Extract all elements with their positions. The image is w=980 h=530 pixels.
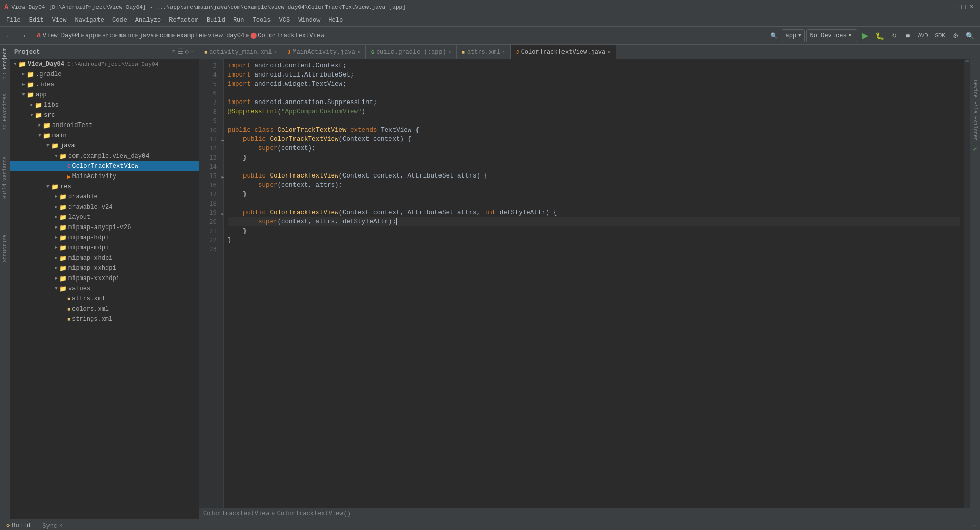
toolbar-btn-5[interactable]: AVD (916, 30, 931, 42)
menu-view[interactable]: View (48, 16, 71, 25)
bc-class[interactable]: ⬤ (250, 32, 257, 39)
breadcrumb-method[interactable]: ColorTrackTextView() (277, 510, 351, 517)
menu-vcs[interactable]: VCS (275, 16, 295, 25)
editor-area: ■ activity_main.xml × J MainActivity.jav… (199, 45, 970, 519)
search-everywhere-button[interactable]: 🔍 (963, 30, 977, 42)
app-config-dropdown[interactable]: app ▼ (782, 29, 805, 42)
tab-icon-java-active: J (516, 49, 519, 55)
build-icon: ⚙ (6, 522, 10, 529)
tree-app[interactable]: ▼ 📁 app (10, 90, 199, 100)
tree-layout[interactable]: ► 📁 layout (10, 212, 199, 222)
activity-structure[interactable]: Structure (0, 233, 10, 264)
tree-drawable[interactable]: ► 📁 drawable (10, 192, 199, 202)
tree-mipmap-hdpi[interactable]: ► 📁 mipmap-hdpi (10, 233, 199, 243)
tree-strings-xml[interactable]: ■ strings.xml (10, 314, 199, 324)
breadcrumb-class[interactable]: ColorTrackTextView (203, 510, 270, 517)
tab-activity-main[interactable]: ■ activity_main.xml × (199, 45, 282, 59)
app-config-label: app (786, 32, 797, 39)
project-header-settings[interactable]: ≡ (172, 48, 175, 56)
tab-close-4[interactable]: × (502, 49, 505, 55)
tab-colortrack[interactable]: J ColorTrackTextView.java × (511, 45, 617, 59)
menu-refactor[interactable]: Refactor (165, 16, 203, 25)
device-selector[interactable]: No Devices ▼ (806, 29, 857, 42)
forward-button[interactable]: → (17, 30, 29, 42)
back-button[interactable]: ← (3, 30, 15, 42)
tree-drawable-v24[interactable]: ► 📁 drawable-v24 (10, 202, 199, 212)
tree-mipmap-xhdpi[interactable]: ► 📁 mipmap-xhdpi (10, 253, 199, 263)
menu-file[interactable]: File (2, 16, 25, 25)
bottom-tab-build[interactable]: ⚙ Build (0, 519, 36, 531)
menu-code[interactable]: Code (108, 16, 131, 25)
bc-project[interactable]: View_Day04 (43, 32, 80, 39)
sync-close[interactable]: × (59, 523, 62, 529)
tree-package[interactable]: ▼ 📁 com.example.view_day04 (10, 151, 199, 161)
menu-help[interactable]: Help (324, 16, 347, 25)
code-view[interactable]: 3 4 5 6 7 8 9 10 11 ► 12 13 (199, 59, 970, 508)
project-header-minimize[interactable]: − (191, 48, 194, 56)
tab-icon-xml-2: ■ (462, 49, 465, 55)
toolbar-btn-7[interactable]: ⚙ (949, 30, 962, 42)
menu-tools[interactable]: Tools (249, 16, 275, 25)
menu-build[interactable]: Build (203, 16, 229, 25)
menu-run[interactable]: Run (229, 16, 249, 25)
close-button[interactable]: × (970, 3, 974, 11)
toolbar-btn-6[interactable]: SDK (932, 30, 948, 42)
bc-java[interactable]: java (139, 32, 154, 39)
tree-root[interactable]: ▼ 📁 View_Day04 D:\AndroidPrject\View_Day… (10, 59, 199, 69)
tree-colors-xml[interactable]: ■ colors.xml (10, 304, 199, 314)
tab-mainactivity[interactable]: J MainActivity.java × (282, 45, 365, 59)
tree-mipmap-xxxhdpi[interactable]: ► 📁 mipmap-xxxhdpi (10, 273, 199, 284)
debug-button[interactable]: 🐛 (873, 30, 887, 42)
maximize-button[interactable]: □ (961, 3, 965, 11)
menu-window[interactable]: Window (294, 16, 324, 25)
tree-attrs-xml[interactable]: ■ attrs.xml (10, 294, 199, 304)
toolbar-btn-4[interactable]: ■ (902, 30, 914, 42)
tree-idea[interactable]: ► 📁 .idea (10, 80, 199, 90)
bc-app[interactable]: app (85, 32, 96, 39)
tab-build-gradle[interactable]: G build.gradle (:app) × (366, 45, 457, 59)
tab-close-1[interactable]: × (274, 49, 277, 55)
tree-java[interactable]: ▼ 📁 java (10, 141, 199, 151)
bc-main[interactable]: main (119, 32, 134, 39)
tree-androidtest[interactable]: ► 📁 androidTest (10, 120, 199, 131)
tree-mipmap-mdpi[interactable]: ► 📁 mipmap-mdpi (10, 243, 199, 253)
tree-colortrack[interactable]: C ColorTrackTextView (10, 161, 199, 171)
bottom-minimize[interactable]: − (972, 523, 976, 530)
run-button[interactable]: ▶ (859, 30, 871, 42)
tree-values[interactable]: ▼ 📁 values (10, 284, 199, 294)
minimize-button[interactable]: − (953, 3, 957, 11)
tree-main[interactable]: ▼ 📁 main (10, 131, 199, 141)
project-header-gear[interactable]: ⚙ (185, 48, 189, 56)
tab-close-2[interactable]: × (357, 49, 360, 55)
tree-libs[interactable]: ► 📁 libs (10, 100, 199, 110)
code-content[interactable]: import android.content.Context; import a… (224, 59, 964, 508)
tree-mipmap-xxhdpi[interactable]: ► 📁 mipmap-xxhdpi (10, 263, 199, 273)
bc-classname[interactable]: ColorTrackTextView (258, 32, 324, 39)
activity-favorites[interactable]: 2: Favorites (0, 92, 10, 133)
toolbar-btn-3[interactable]: ↻ (888, 30, 900, 42)
bottom-tabs: ⚙ Build Sync × − (0, 519, 980, 530)
tab-close-3[interactable]: × (448, 49, 451, 55)
toolbar-search[interactable]: 🔍 (768, 30, 780, 42)
bc-src[interactable]: src (102, 32, 113, 39)
bc-example[interactable]: example (177, 32, 202, 39)
project-header-pin[interactable]: ☰ (178, 48, 183, 56)
tree-res[interactable]: ▼ 📁 res (10, 182, 199, 192)
tab-close-active[interactable]: × (607, 49, 610, 55)
tree-mainactivity[interactable]: ▶ MainActivity (10, 171, 199, 182)
activity-build-variants[interactable]: Build Variants (0, 154, 10, 201)
menu-navigate[interactable]: Navigate (70, 16, 108, 25)
bc-com[interactable]: com (160, 32, 171, 39)
device-file-explorer-tab[interactable]: Device File Explorer (972, 78, 978, 143)
activity-project[interactable]: 1: Project (0, 46, 10, 81)
project-panel-header: Project ≡ ☰ ⚙ − (10, 45, 199, 59)
bottom-tab-sync[interactable]: Sync × (36, 519, 68, 531)
menu-edit[interactable]: Edit (25, 16, 48, 25)
menu-analyze[interactable]: Analyze (131, 16, 165, 25)
tab-attrs[interactable]: ■ attrs.xml × (457, 45, 511, 59)
tree-src[interactable]: ▼ 📁 src (10, 110, 199, 120)
tree-mipmap-anydpi[interactable]: ► 📁 mipmap-anydpi-v26 (10, 222, 199, 233)
bc-view_day04[interactable]: view_day04 (208, 32, 244, 39)
tree-gradle[interactable]: ► 📁 .gradle (10, 69, 199, 80)
menu-bar: File Edit View Navigate Code Analyze Ref… (0, 14, 980, 27)
